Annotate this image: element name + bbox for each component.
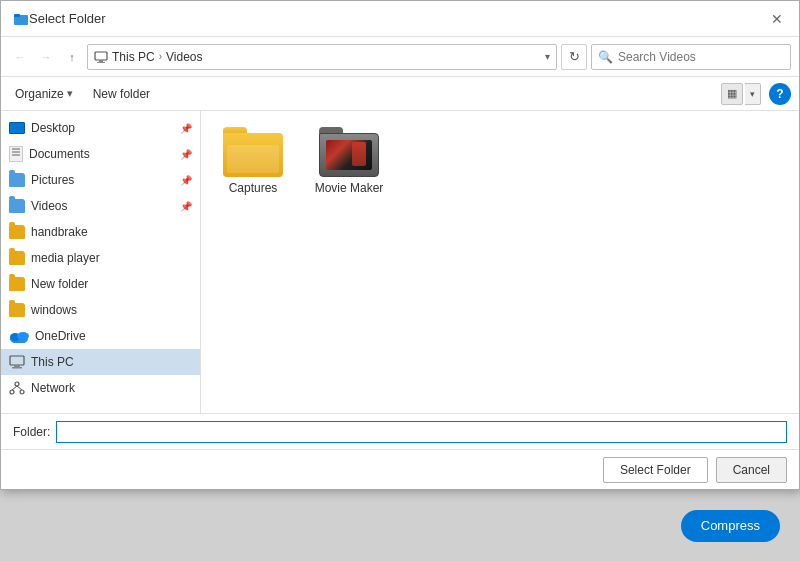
sidebar-item-media-player[interactable]: media player	[1, 245, 200, 271]
sidebar-item-documents[interactable]: Documents 📌	[1, 141, 200, 167]
videos-folder-icon	[9, 199, 25, 213]
organize-label: Organize	[15, 87, 64, 101]
documents-icon	[9, 146, 23, 162]
buttons-row: Select Folder Cancel	[1, 449, 799, 489]
pin-icon-documents: 📌	[180, 149, 192, 160]
new-folder-button[interactable]: New folder	[87, 85, 156, 103]
this-pc-icon	[9, 355, 25, 369]
folder-field-label: Folder:	[13, 425, 50, 439]
toolbar-row: Organize ▾ New folder ▦ ▾ ?	[1, 77, 799, 111]
select-folder-button[interactable]: Select Folder	[603, 457, 708, 483]
sidebar-label-desktop: Desktop	[31, 121, 174, 135]
movie-maker-label: Movie Maker	[315, 181, 384, 195]
sidebar-label-media-player: media player	[31, 251, 192, 265]
pictures-folder-icon	[9, 173, 25, 187]
dialog-icon	[13, 11, 29, 27]
sidebar-item-videos[interactable]: Videos 📌	[1, 193, 200, 219]
sidebar-label-network: Network	[31, 381, 192, 395]
organize-arrow: ▾	[67, 87, 73, 100]
breadcrumb-videos: Videos	[166, 50, 202, 64]
view-icon-button[interactable]: ▦	[721, 83, 743, 105]
folder-input[interactable]	[56, 421, 787, 443]
address-pc-icon	[94, 51, 108, 63]
new-folder-icon	[9, 277, 25, 291]
captures-folder-icon	[223, 127, 283, 177]
folder-captures[interactable]: Captures	[213, 123, 293, 199]
breadcrumb-sep1: ›	[159, 51, 162, 62]
windows-folder-icon	[9, 303, 25, 317]
sidebar-label-pictures: Pictures	[31, 173, 174, 187]
sidebar-label-handbrake: handbrake	[31, 225, 192, 239]
media-player-folder-icon	[9, 251, 25, 265]
sidebar-label-windows: windows	[31, 303, 192, 317]
file-area: Captures Movie Mak	[201, 111, 799, 413]
sidebar-item-this-pc[interactable]: This PC	[1, 349, 200, 375]
sidebar-label-videos: Videos	[31, 199, 174, 213]
address-dropdown-icon[interactable]: ▾	[545, 51, 550, 62]
organize-button[interactable]: Organize ▾	[9, 85, 79, 103]
sidebar-item-desktop[interactable]: Desktop 📌	[1, 115, 200, 141]
svg-rect-10	[12, 367, 22, 369]
svg-rect-9	[14, 365, 20, 367]
network-icon	[9, 381, 25, 395]
refresh-button[interactable]: ↻	[561, 44, 587, 70]
sidebar-item-windows[interactable]: windows	[1, 297, 200, 323]
sidebar-item-network[interactable]: Network	[1, 375, 200, 401]
background-app: Compress	[0, 490, 800, 561]
breadcrumb: This PC › Videos	[94, 50, 203, 64]
svg-point-12	[10, 390, 14, 394]
title-bar: Select Folder ✕	[1, 1, 799, 37]
search-input[interactable]	[618, 50, 784, 64]
svg-point-11	[15, 382, 19, 386]
svg-rect-1	[14, 14, 20, 17]
up-button[interactable]: ↑	[61, 46, 83, 68]
desktop-icon	[9, 122, 25, 134]
sidebar-label-onedrive: OneDrive	[35, 329, 192, 343]
view-controls: ▦ ▾	[721, 83, 761, 105]
sidebar-item-pictures[interactable]: Pictures 📌	[1, 167, 200, 193]
sidebar-label-documents: Documents	[29, 147, 174, 161]
pin-icon-pictures: 📌	[180, 175, 192, 186]
svg-line-14	[12, 386, 17, 390]
svg-line-15	[17, 386, 22, 390]
svg-rect-4	[97, 62, 105, 63]
sidebar-item-new-folder[interactable]: New folder	[1, 271, 200, 297]
address-box[interactable]: This PC › Videos ▾	[87, 44, 557, 70]
movie-maker-folder-icon	[319, 127, 379, 177]
cancel-button[interactable]: Cancel	[716, 457, 787, 483]
svg-point-13	[20, 390, 24, 394]
new-folder-label: New folder	[93, 87, 150, 101]
sidebar: Desktop 📌 Documents 📌 Pictures 📌 Videos …	[1, 111, 201, 413]
close-button[interactable]: ✕	[767, 9, 787, 29]
address-bar-row: ← → ↑ This PC › Videos ▾ ↻ 🔍	[1, 37, 799, 77]
search-box: 🔍	[591, 44, 791, 70]
sidebar-label-new-folder: New folder	[31, 277, 192, 291]
pin-icon-desktop: 📌	[180, 123, 192, 134]
dialog-title: Select Folder	[29, 11, 767, 26]
main-content: Desktop 📌 Documents 📌 Pictures 📌 Videos …	[1, 111, 799, 413]
folder-movie-maker[interactable]: Movie Maker	[309, 123, 389, 199]
select-folder-dialog: Select Folder ✕ ← → ↑ This PC › Videos ▾…	[0, 0, 800, 490]
captures-label: Captures	[229, 181, 278, 195]
svg-rect-3	[99, 60, 103, 62]
svg-rect-2	[95, 52, 107, 60]
sidebar-item-handbrake[interactable]: handbrake	[1, 219, 200, 245]
pin-icon-videos: 📌	[180, 201, 192, 212]
file-grid: Captures Movie Mak	[201, 111, 799, 413]
view-dropdown-button[interactable]: ▾	[745, 83, 761, 105]
breadcrumb-thispc: This PC	[112, 50, 155, 64]
onedrive-icon	[9, 329, 29, 343]
back-button[interactable]: ←	[9, 46, 31, 68]
help-button[interactable]: ?	[769, 83, 791, 105]
folder-name-row: Folder:	[1, 413, 799, 449]
sidebar-label-this-pc: This PC	[31, 355, 192, 369]
search-icon: 🔍	[598, 50, 613, 64]
handbrake-folder-icon	[9, 225, 25, 239]
compress-button[interactable]: Compress	[681, 510, 780, 542]
svg-rect-8	[10, 356, 24, 365]
svg-point-7	[17, 332, 29, 340]
sidebar-item-onedrive[interactable]: OneDrive	[1, 323, 200, 349]
forward-button[interactable]: →	[35, 46, 57, 68]
